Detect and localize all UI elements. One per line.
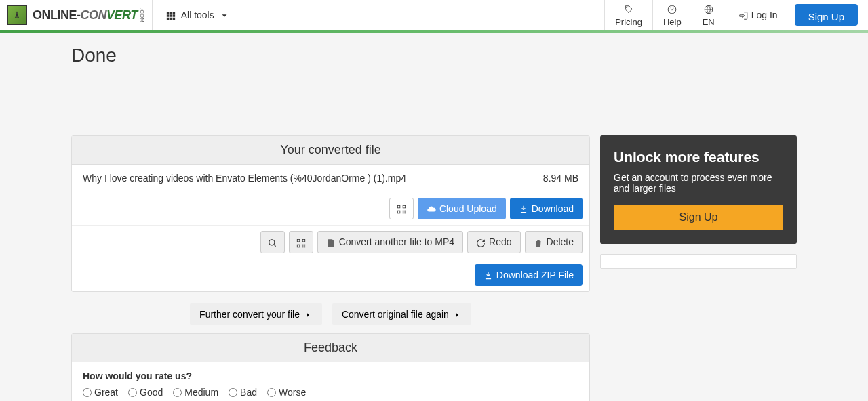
delete-label: Delete (547, 236, 574, 247)
download-zip-button[interactable]: Download ZIP File (475, 264, 583, 286)
download-button[interactable]: Download (510, 198, 583, 219)
chevron-down-icon (220, 9, 229, 20)
search-button[interactable] (260, 231, 285, 253)
rating-radio-great[interactable] (83, 388, 92, 397)
language-selector[interactable]: EN (692, 0, 725, 30)
logo[interactable]: ONLINE-CONVERT .COM (0, 0, 152, 30)
rating-radio-bad[interactable] (229, 388, 237, 397)
feedback-header: Feedback (72, 334, 589, 362)
file-name: Why I love creating videos with Envato E… (83, 173, 543, 184)
download-label: Download (532, 203, 574, 214)
pricing-link[interactable]: Pricing (604, 0, 652, 30)
rating-option-bad[interactable]: Bad (229, 387, 257, 398)
feedback-card: Feedback How would you rate us? Great Go… (71, 333, 590, 401)
further-convert-label: Further convert your file (199, 309, 300, 320)
main-header: ONLINE-CONVERT .COM All tools Pricing He… (0, 0, 868, 30)
logo-text: ONLINE-CONVERT (33, 8, 138, 22)
file-row: Why I love creating videos with Envato E… (72, 165, 589, 192)
qr-button[interactable] (389, 198, 414, 219)
redo-label: Redo (489, 236, 511, 247)
promo-text: Get an account to process even more and … (614, 172, 783, 194)
converted-file-header: Your converted file (72, 136, 589, 165)
cloud-upload-label: Cloud Upload (439, 203, 497, 214)
convert-another-button[interactable]: Convert another file to MP4 (317, 231, 463, 253)
rating-radio-medium[interactable] (173, 388, 182, 397)
redo-button[interactable]: Redo (467, 231, 520, 253)
sidebar-placeholder (600, 254, 797, 269)
convert-original-label: Convert original file again (342, 309, 449, 320)
help-link[interactable]: Help (652, 0, 692, 30)
login-icon (738, 9, 748, 20)
rating-radio-group: Great Good Medium Bad Worse (72, 387, 589, 401)
svg-point-2 (269, 239, 274, 245)
cloud-icon (427, 203, 436, 214)
download-zip-label: Download ZIP File (496, 270, 574, 280)
convert-another-label: Convert another file to MP4 (339, 236, 454, 247)
page-title: Done (71, 33, 797, 75)
qr-icon (296, 236, 306, 247)
convert-original-button[interactable]: Convert original file again (332, 303, 471, 325)
further-convert-button[interactable]: Further convert your file (190, 303, 322, 325)
all-tools-label: All tools (181, 9, 214, 20)
download-icon (519, 203, 528, 214)
trash-icon (534, 236, 543, 247)
chevron-right-icon (452, 309, 462, 320)
rating-radio-good[interactable] (128, 388, 137, 397)
chevron-right-icon (303, 309, 313, 320)
rating-option-medium[interactable]: Medium (173, 387, 218, 398)
promo-card: Unlock more features Get an account to p… (600, 135, 797, 244)
rating-option-good[interactable]: Good (128, 387, 163, 398)
signup-button[interactable]: Sign Up (795, 4, 858, 26)
help-icon (667, 3, 677, 16)
promo-title: Unlock more features (614, 149, 783, 165)
qr-icon (397, 203, 406, 214)
grid-icon (166, 9, 176, 20)
all-tools-dropdown[interactable]: All tools (152, 0, 243, 30)
logo-subtext: .COM (139, 8, 145, 22)
rating-option-worse[interactable]: Worse (267, 387, 306, 398)
pricing-label: Pricing (615, 17, 642, 27)
rating-radio-worse[interactable] (267, 388, 276, 397)
logo-icon (7, 5, 27, 25)
tag-icon (624, 3, 633, 16)
globe-icon (704, 3, 713, 16)
language-label: EN (703, 17, 715, 27)
rating-option-great[interactable]: Great (83, 387, 118, 398)
login-button[interactable]: Log In (725, 0, 791, 30)
cloud-upload-button[interactable]: Cloud Upload (418, 198, 506, 219)
file-icon (326, 236, 336, 247)
qr-button-2[interactable] (289, 231, 313, 253)
converted-file-card: Your converted file Why I love creating … (71, 135, 590, 292)
help-label: Help (663, 17, 682, 27)
promo-signup-button[interactable]: Sign Up (614, 205, 783, 230)
redo-icon (476, 236, 486, 247)
delete-button[interactable]: Delete (525, 231, 583, 253)
login-label: Log In (751, 9, 778, 20)
feedback-question: How would you rate us? (72, 362, 589, 387)
file-size: 8.94 MB (543, 173, 578, 184)
search-icon (268, 236, 277, 247)
download-icon (484, 270, 493, 280)
